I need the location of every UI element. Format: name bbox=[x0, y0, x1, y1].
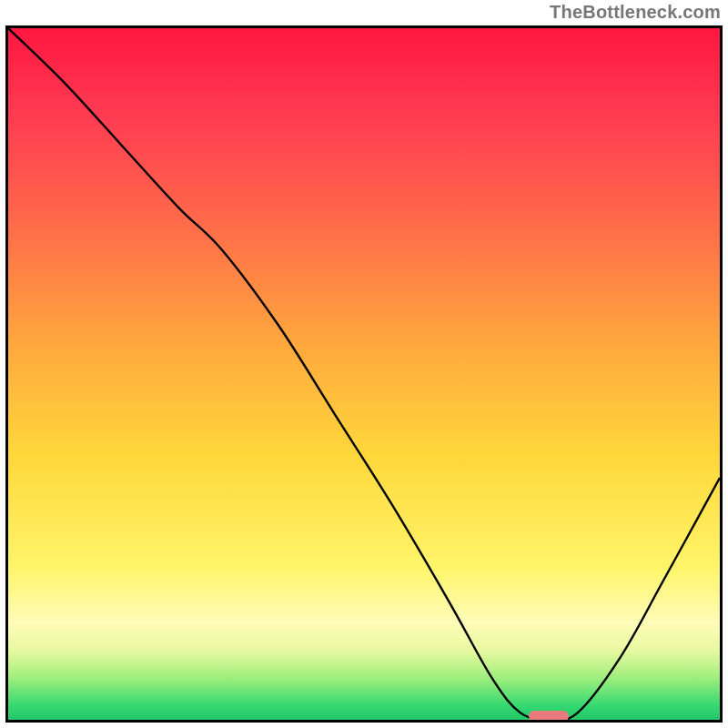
bottleneck-curve bbox=[8, 28, 720, 720]
optimal-marker-icon bbox=[529, 711, 569, 722]
chart-canvas: TheBottleneck.com bbox=[0, 0, 728, 728]
plot-frame bbox=[5, 25, 723, 723]
watermark-text: TheBottleneck.com bbox=[550, 2, 721, 23]
plot-area bbox=[8, 28, 720, 720]
